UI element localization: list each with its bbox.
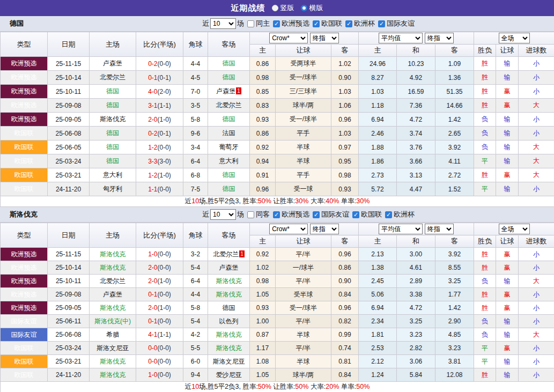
match-date: 25-09-05 <box>48 113 90 127</box>
average-select[interactable]: 平均值 <box>379 33 423 43</box>
avg-away-odds: 1.52 <box>435 182 474 196</box>
avg-home-odds: 2.12 <box>359 355 397 368</box>
goals-result: 小 <box>519 127 554 140</box>
avg-away-odds: 2.65 <box>435 127 474 140</box>
col-handicap: 让球 <box>276 45 331 57</box>
summary-segment: 场,胜5平2负3, 胜率: <box>199 383 258 390</box>
final-odds-select[interactable]: 终指 <box>310 33 339 43</box>
bookmaker-select[interactable]: Crow* <box>269 33 308 43</box>
league-checkbox-1-1[interactable]: ✓ <box>313 211 320 218</box>
horizontal-layout-radio[interactable]: 横版 <box>301 3 323 13</box>
handicap-line: 球半/两 <box>276 368 331 382</box>
league-checkbox-1-2[interactable]: ✓ <box>352 211 359 218</box>
league-label-1-0: 欧洲预选 <box>282 210 309 219</box>
recent-count-select[interactable]: 10 <box>210 18 236 29</box>
home-odds: 0.96 <box>250 182 276 196</box>
same-venue-checkbox[interactable] <box>247 20 254 27</box>
final-odds-select-2[interactable]: 终指 <box>425 224 454 234</box>
col-result: 胜负 <box>474 45 496 57</box>
col-avg-draw: 和 <box>397 235 435 248</box>
col-goals: 进球数 <box>519 45 554 57</box>
handicap-result: 输 <box>496 328 519 342</box>
home-team: 意大利 <box>90 168 136 182</box>
match-row: 欧洲预选 25-11-15 卢森堡 0-2(0-0) 4-4 德国 0.86 受… <box>1 57 554 71</box>
handicap-result: 输 <box>496 113 519 127</box>
league-type-badge: 欧洲预选 <box>1 275 48 288</box>
away-odds: 1.06 <box>331 99 359 113</box>
league-checkbox-0-1[interactable]: ✓ <box>313 20 320 27</box>
scope-select[interactable]: 全场 <box>499 33 530 43</box>
league-type-badge: 欧洲预选 <box>1 261 48 275</box>
bookmaker-select[interactable]: Crow* <box>269 224 308 234</box>
handicap-line: 受一/球半 <box>276 113 331 127</box>
match-date: 25-10-14 <box>48 261 90 275</box>
summary-segment: 近 <box>185 197 192 205</box>
match-result: 胜 <box>474 301 496 315</box>
handicap-result: 赢 <box>496 342 519 355</box>
home-team: 斯洛伐克 <box>90 368 136 382</box>
league-checkbox-0-0[interactable]: ✓ <box>273 20 280 27</box>
col-corner: 角球 <box>183 32 208 57</box>
final-odds-select-2[interactable]: 终指 <box>425 33 454 43</box>
corner-count: 4-4 <box>183 288 208 301</box>
filter-controls: 近 10 场 同主 ✓欧洲预选✓欧国联✓欧洲杯✓国际友谊 <box>202 16 416 31</box>
league-checkbox-0-2[interactable]: ✓ <box>345 20 352 27</box>
same-venue-checkbox[interactable] <box>247 211 254 218</box>
radio-unselected-icon[interactable] <box>272 5 278 11</box>
avg-home-odds: 2.13 <box>359 248 397 261</box>
scope-select[interactable]: 全场 <box>499 224 530 234</box>
away-team-name: 德国 <box>223 171 235 179</box>
filter-controls: 近 10 场 同客 ✓欧洲预选✓国际友谊✓欧国联✓欧洲杯 <box>202 207 416 222</box>
away-odds: 1.02 <box>331 57 359 71</box>
away-odds: 0.84 <box>331 288 359 301</box>
away-team: 爱沙尼亚 <box>208 368 250 382</box>
away-team: 斯洛文尼亚 <box>208 355 250 368</box>
final-odds-select[interactable]: 终指 <box>310 224 339 234</box>
avg-home-odds: 1.38 <box>359 261 397 275</box>
home-team: 德国 <box>90 140 136 154</box>
average-select[interactable]: 平均值 <box>379 224 423 234</box>
home-odds: 0.83 <box>250 99 276 113</box>
corner-count: 3-4 <box>183 140 208 154</box>
recent-count-select[interactable]: 10 <box>210 209 236 220</box>
home-team: 希腊 <box>90 328 136 342</box>
score-cell: 2-0(1-0) <box>136 301 183 315</box>
vertical-layout-radio[interactable]: 竖版 <box>272 3 294 13</box>
avg-home-odds: 1.24 <box>359 368 397 382</box>
away-team: 斯洛伐克 <box>208 342 250 355</box>
score-cell: 4-1(1-1) <box>136 328 183 342</box>
home-odds: 0.92 <box>250 248 276 261</box>
col-score: 比分(半场) <box>136 223 183 248</box>
away-odds: 0.86 <box>331 261 359 275</box>
match-row: 欧国联 25-06-08 德国 0-2(0-1) 9-6 法国 0.86 平手 … <box>1 127 554 140</box>
away-team-name: 葡萄牙 <box>219 143 239 151</box>
league-label-0-3: 国际友谊 <box>387 19 415 28</box>
away-odds: 0.90 <box>331 71 359 85</box>
col-date: 日期 <box>48 223 90 248</box>
goals-result: 小 <box>519 182 554 196</box>
league-checkbox-1-0[interactable]: ✓ <box>273 211 280 218</box>
half-score: (0-1) <box>158 74 171 82</box>
corner-count: 5-5 <box>183 342 208 355</box>
league-type-badge: 欧国联 <box>1 368 48 382</box>
away-odds: 0.96 <box>331 248 359 261</box>
handicap-line: 半球 <box>276 355 331 368</box>
avg-home-odds: 1.03 <box>359 85 397 99</box>
radio-selected-icon[interactable] <box>301 5 307 11</box>
league-checkbox-1-3[interactable]: ✓ <box>385 211 392 218</box>
score-cell: 0-2(0-0) <box>136 57 183 71</box>
home-team-name: 斯洛伐克 <box>100 264 125 271</box>
away-odds: 0.81 <box>331 355 359 368</box>
league-checkbox-0-3[interactable]: ✓ <box>378 20 385 27</box>
col-handicap-result: 让球 <box>496 235 519 248</box>
match-row: 欧洲预选 25-10-11 德国 4-0(2-0) 7-0 卢森堡1 0.85 … <box>1 85 554 99</box>
home-team: 北爱尔兰 <box>90 275 136 288</box>
avg-away-odds: 3.92 <box>435 248 474 261</box>
full-score: 0-0 <box>148 358 157 365</box>
home-odds: 1.02 <box>250 261 276 275</box>
home-team-name: 斯洛伐克 <box>100 358 125 365</box>
match-result: 负 <box>474 328 496 342</box>
avg-away-odds: 1.36 <box>435 71 474 85</box>
avg-draw-odds: 3.76 <box>397 140 435 154</box>
col-type: 类型 <box>1 223 48 248</box>
